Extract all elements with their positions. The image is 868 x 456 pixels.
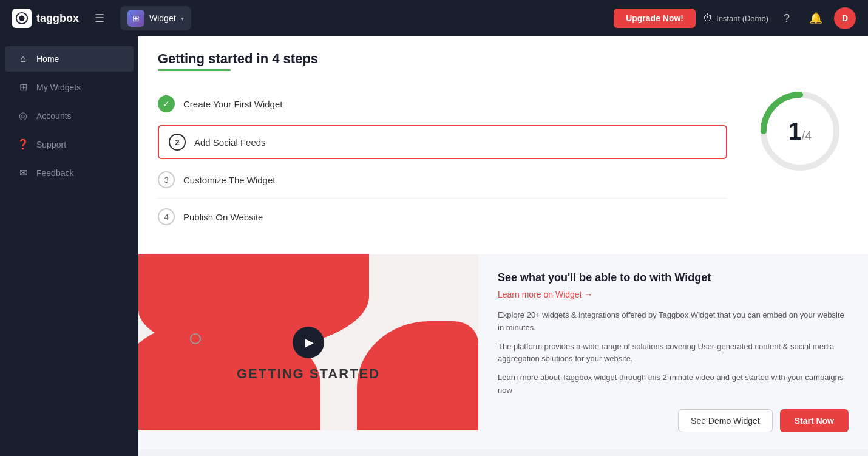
steps-list: ✓ Create Your First Widget 2 Add Social … — [158, 86, 727, 235]
progress-ring: 1/4 — [754, 86, 846, 177]
accounts-icon: ◎ — [17, 110, 29, 121]
getting-started-card: Getting started in 4 steps ✓ Create Your… — [138, 36, 868, 254]
svg-point-1 — [19, 15, 24, 21]
start-now-button[interactable]: Start Now — [780, 409, 849, 432]
demo-label: Instant (Demo) — [716, 14, 768, 23]
widget-icon: ⊞ — [127, 10, 144, 27]
logo-icon — [12, 9, 32, 28]
content: Getting started in 4 steps ✓ Create Your… — [138, 36, 868, 456]
page-title: Getting started in 4 steps — [158, 51, 849, 67]
decorative-circle-1 — [190, 333, 201, 344]
step-4-icon: 4 — [158, 208, 175, 225]
header-right: Upgrade Now! ⏱ Instant (Demo) ? 🔔 D — [614, 7, 856, 29]
info-panel: See what you'll be able to do with Widge… — [478, 254, 868, 449]
sidebar-item-feedback[interactable]: ✉ Feedback — [5, 160, 134, 186]
bottom-section: GETTING STARTED « » See what you'll be a… — [138, 254, 868, 449]
demo-button[interactable]: ⏱ Instant (Demo) — [703, 13, 768, 24]
sidebar-item-label: Home — [36, 54, 59, 64]
sidebar: ⌂ Home ⊞ My Widgets ◎ Accounts ❓ Support… — [0, 36, 138, 456]
question-icon: ? — [784, 12, 790, 25]
step-4[interactable]: 4 Publish On Website — [158, 199, 727, 235]
step-2-icon: 2 — [169, 134, 186, 151]
gs-content: ✓ Create Your First Widget 2 Add Social … — [158, 86, 849, 235]
widget-label: Widget — [149, 13, 176, 23]
sidebar-item-support[interactable]: ❓ Support — [5, 131, 134, 157]
step-3-icon: 3 — [158, 171, 175, 188]
main-layout: ⌂ Home ⊞ My Widgets ◎ Accounts ❓ Support… — [0, 36, 868, 456]
step-1-label: Create Your First Widget — [183, 99, 282, 109]
decorative-circle-3 — [175, 394, 187, 406]
info-text-3: Learn more about Taggbox widget through … — [498, 372, 849, 397]
video-thumbnail[interactable]: GETTING STARTED « » — [138, 254, 478, 430]
learn-more-link[interactable]: Learn more on Widget → — [498, 290, 592, 299]
support-icon: ❓ — [17, 138, 29, 150]
bell-icon: 🔔 — [809, 12, 822, 25]
sidebar-item-label: Accounts — [36, 111, 72, 121]
sidebar-item-label: Feedback — [36, 168, 73, 178]
progress-text: 1/4 — [788, 118, 812, 145]
step-1[interactable]: ✓ Create Your First Widget — [158, 86, 727, 123]
widget-selector[interactable]: ⊞ Widget ▾ — [120, 6, 191, 30]
video-title: GETTING STARTED — [138, 366, 478, 382]
info-text-2: The platform provides a wide range of so… — [498, 341, 849, 366]
header: taggbox ☰ ⊞ Widget ▾ Upgrade Now! ⏱ Inst… — [0, 0, 868, 36]
info-text-1: Explore 20+ widgets & integrations offer… — [498, 309, 849, 335]
sidebar-item-my-widgets[interactable]: ⊞ My Widgets — [5, 74, 134, 100]
hamburger-icon: ☰ — [95, 12, 104, 25]
home-icon: ⌂ — [17, 53, 29, 64]
step-4-label: Publish On Website — [183, 212, 263, 222]
step-3[interactable]: 3 Customize The Widget — [158, 162, 727, 199]
decorative-circle-2 — [272, 387, 279, 394]
see-demo-button[interactable]: See Demo Widget — [678, 409, 773, 432]
sidebar-item-accounts[interactable]: ◎ Accounts — [5, 103, 134, 129]
progress-ring-container: 1/4 — [751, 86, 849, 177]
info-title: See what you'll be able to do with Widge… — [498, 271, 849, 284]
logo-text: taggbox — [36, 12, 79, 25]
sidebar-item-label: My Widgets — [36, 83, 81, 92]
notification-button[interactable]: 🔔 — [805, 7, 827, 29]
step-1-icon: ✓ — [158, 95, 175, 112]
avatar[interactable]: D — [834, 7, 856, 29]
widgets-icon: ⊞ — [17, 81, 29, 93]
play-button[interactable] — [293, 327, 324, 358]
info-actions: See Demo Widget Start Now — [498, 409, 849, 432]
chevron-down-icon: ▾ — [181, 15, 184, 22]
feedback-icon: ✉ — [17, 167, 29, 179]
upgrade-button[interactable]: Upgrade Now! — [614, 9, 696, 28]
clock-icon: ⏱ — [703, 13, 713, 24]
help-button[interactable]: ? — [776, 7, 798, 29]
hamburger-button[interactable]: ☰ — [89, 7, 110, 29]
arrow-right-icon: » — [461, 338, 466, 347]
arrow-icon: « — [157, 406, 163, 418]
sidebar-item-label: Support — [36, 140, 66, 149]
header-left: taggbox ☰ ⊞ Widget ▾ — [12, 6, 191, 30]
sidebar-item-home[interactable]: ⌂ Home — [5, 46, 134, 72]
step-2[interactable]: 2 Add Social Feeds — [158, 125, 727, 159]
step-3-label: Customize The Widget — [183, 175, 275, 185]
step-2-label: Add Social Feeds — [194, 137, 266, 148]
logo: taggbox — [12, 9, 79, 28]
title-underline — [158, 69, 231, 71]
